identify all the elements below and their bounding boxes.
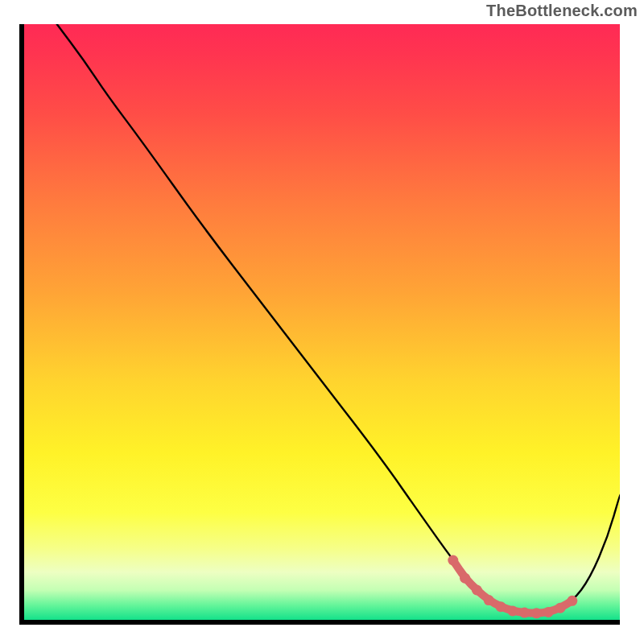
optimal-range-dot [460,573,470,584]
chart-container: TheBottleneck.com [0,0,644,644]
plot-background [24,24,620,620]
optimal-range-dot [555,603,566,613]
optimal-range-dot [567,596,577,606]
optimal-range-dot [507,605,518,616]
optimal-range-dot [543,607,554,617]
optimal-range-dot [472,585,482,596]
x-axis-line [19,620,620,625]
optimal-range-dot [484,595,494,605]
optimal-range-dot [448,555,458,566]
optimal-range-dot [531,608,542,618]
bottleneck-chart-svg [0,0,644,644]
y-axis-line [19,24,24,625]
optimal-range-dot [496,601,506,612]
optimal-range-dot [519,608,530,618]
watermark-label: TheBottleneck.com [486,2,638,20]
